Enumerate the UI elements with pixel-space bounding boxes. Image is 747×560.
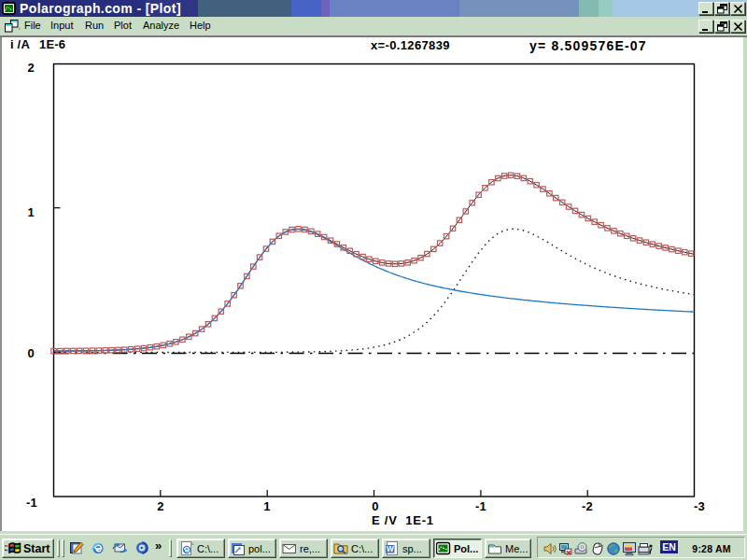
svg-text:W: W — [387, 544, 395, 553]
